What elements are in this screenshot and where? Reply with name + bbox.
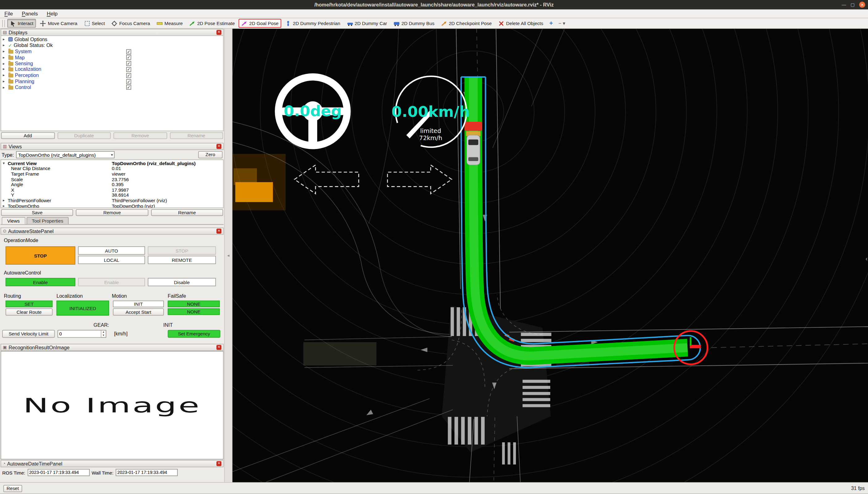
- display-row-system[interactable]: System: [1, 49, 223, 54]
- toolbar-drag-handle[interactable]: [2, 20, 5, 27]
- recognition-close-icon[interactable]: ✕: [216, 345, 221, 350]
- menu-panels[interactable]: Panels: [17, 9, 42, 18]
- tool-select[interactable]: Select: [81, 19, 108, 28]
- velocity-limit-input[interactable]: [58, 330, 101, 337]
- datetime-panel-header[interactable]: ◔ AutowareDateTimePanel ✕: [1, 460, 224, 467]
- operation-mode-local-button[interactable]: LOCAL: [78, 256, 145, 264]
- view-row-top-down-ortho[interactable]: TopDownOrtho TopDownOrtho (rviz): [1, 203, 223, 208]
- tool-move-camera[interactable]: Move Camera: [37, 19, 80, 28]
- tab-tool-properties[interactable]: Tool Properties: [26, 217, 69, 224]
- tool-2d-checkpoint-pose[interactable]: 2D Checkpoint Pose: [438, 19, 495, 28]
- view-prop-row[interactable]: Current View TopDownOrtho (rviz_default_…: [1, 160, 223, 166]
- views-panel-header[interactable]: ▥ Views ✕: [1, 143, 224, 150]
- toolbar-overflow-button[interactable]: − ▾: [556, 20, 567, 26]
- panel-splitter[interactable]: ◂: [224, 29, 232, 482]
- view-prop-row[interactable]: Y 38.6914: [1, 192, 223, 197]
- wall-time-field[interactable]: [116, 469, 178, 476]
- tool-2d-dummy-bus[interactable]: 2D Dummy Bus: [391, 19, 438, 28]
- operation-mode-remote-button[interactable]: REMOTE: [148, 256, 216, 264]
- autoware-state-panel-header[interactable]: ⊙ AutowareStatePanel ✕: [1, 228, 224, 235]
- send-velocity-limit-button[interactable]: Send Velocity Limit: [2, 330, 55, 338]
- expand-icon[interactable]: [3, 37, 7, 42]
- expand-icon[interactable]: [3, 49, 7, 54]
- accept-start-button[interactable]: Accept Start: [113, 308, 164, 315]
- display-row-map[interactable]: Map: [1, 54, 223, 60]
- duplicate-display-button[interactable]: Duplicate: [57, 132, 111, 139]
- zero-button[interactable]: Zero: [198, 151, 223, 158]
- operation-mode-stop-button[interactable]: STOP: [5, 246, 75, 265]
- add-display-button[interactable]: Add: [1, 132, 55, 139]
- display-checkbox[interactable]: [126, 61, 131, 66]
- remove-view-button[interactable]: Remove: [76, 209, 148, 216]
- stepper-down-icon[interactable]: [101, 334, 106, 337]
- view-prop-row[interactable]: Near Clip Distance 0.01: [1, 166, 223, 171]
- tab-views[interactable]: Views: [2, 217, 25, 224]
- velocity-limit-stepper[interactable]: [58, 330, 106, 338]
- operation-mode-stop-disabled-button[interactable]: STOP: [148, 246, 216, 255]
- expand-icon[interactable]: [3, 73, 7, 78]
- expand-icon[interactable]: [3, 67, 7, 71]
- set-emergency-button[interactable]: Set Emergency: [168, 330, 220, 338]
- expand-icon[interactable]: [3, 198, 7, 203]
- display-row-localization[interactable]: Localization: [1, 66, 223, 72]
- display-checkbox[interactable]: [126, 73, 131, 78]
- reset-button[interactable]: Reset: [3, 485, 22, 492]
- minimize-button[interactable]: —: [842, 2, 846, 7]
- expand-icon[interactable]: [3, 61, 7, 65]
- tool-delete-all-objects[interactable]: Delete All Objects: [496, 19, 546, 28]
- view-prop-row[interactable]: Scale 23.7756: [1, 176, 223, 182]
- operation-mode-auto-button[interactable]: AUTO: [78, 246, 145, 255]
- control-enable-button[interactable]: Enable: [5, 278, 75, 286]
- display-row-global-options[interactable]: Global Options: [1, 37, 223, 42]
- displays-close-icon[interactable]: ✕: [216, 30, 221, 35]
- expand-icon[interactable]: [3, 85, 7, 89]
- tool-focus-camera[interactable]: Focus Camera: [109, 19, 153, 28]
- menu-help[interactable]: Help: [42, 9, 62, 18]
- expand-icon[interactable]: [3, 204, 7, 208]
- view-type-select[interactable]: TopDownOrtho (rviz_default_plugins): [16, 151, 115, 158]
- display-checkbox[interactable]: [126, 55, 131, 60]
- ros-time-field[interactable]: [27, 469, 90, 476]
- display-row-control[interactable]: Control: [1, 84, 223, 90]
- clear-route-button[interactable]: Clear Route: [5, 308, 53, 315]
- expand-icon[interactable]: [3, 43, 7, 48]
- save-view-button[interactable]: Save: [1, 209, 73, 216]
- expand-icon[interactable]: [3, 55, 7, 60]
- 3d-viewport[interactable]: 0.0deg 0.00km/h limited 72km/h ‹: [232, 29, 868, 482]
- view-row-third-person-follower[interactable]: ThirdPersonFollower ThirdPersonFollower …: [1, 198, 223, 203]
- control-disable-button[interactable]: Disable: [148, 278, 216, 286]
- tool-2d-pose-estimate[interactable]: 2D Pose Estimate: [187, 19, 238, 28]
- display-row-perception[interactable]: Perception: [1, 72, 223, 78]
- views-close-icon[interactable]: ✕: [216, 144, 221, 149]
- remove-display-button[interactable]: Remove: [113, 132, 167, 139]
- datetime-close-icon[interactable]: ✕: [216, 461, 221, 466]
- display-row-global-status[interactable]: ✓ Global Status: Ok: [1, 43, 223, 49]
- display-checkbox[interactable]: [126, 85, 131, 90]
- tool-2d-goal-pose[interactable]: 2D Goal Pose: [239, 19, 281, 28]
- add-tool-button[interactable]: +: [547, 20, 555, 26]
- display-checkbox[interactable]: [126, 67, 131, 72]
- collapse-left-icon[interactable]: ◂: [227, 253, 229, 258]
- stepper-arrows[interactable]: [101, 330, 106, 337]
- display-row-sensing[interactable]: Sensing: [1, 61, 223, 66]
- menu-file[interactable]: File: [0, 9, 17, 18]
- recognition-panel-header[interactable]: ▣ RecognitionResultOnImage ✕: [1, 344, 224, 351]
- collapse-right-icon[interactable]: ‹: [866, 255, 867, 262]
- view-prop-row[interactable]: Target Frame viewer: [1, 171, 223, 176]
- display-row-planning[interactable]: Planning: [1, 78, 223, 84]
- control-enable-disabled-button[interactable]: Enable: [78, 278, 145, 286]
- rename-view-button[interactable]: Rename: [151, 209, 223, 216]
- tool-interact[interactable]: Interact: [7, 19, 36, 28]
- maximize-button[interactable]: ▢: [850, 2, 855, 7]
- displays-panel-header[interactable]: ▤ Displays ✕: [1, 29, 224, 36]
- display-checkbox[interactable]: [126, 49, 131, 54]
- view-prop-row[interactable]: X 17.9987: [1, 187, 223, 192]
- tool-2d-dummy-pedestrian[interactable]: 2D Dummy Pedestrian: [283, 19, 343, 28]
- collapse-icon[interactable]: [3, 161, 7, 165]
- tool-measure[interactable]: Measure: [154, 19, 186, 28]
- rename-display-button[interactable]: Rename: [170, 132, 223, 139]
- tool-2d-dummy-car[interactable]: 2D Dummy Car: [344, 19, 390, 28]
- display-checkbox[interactable]: [126, 79, 131, 84]
- view-prop-row[interactable]: Angle 0.395: [1, 182, 223, 187]
- close-button[interactable]: ✕: [859, 2, 865, 8]
